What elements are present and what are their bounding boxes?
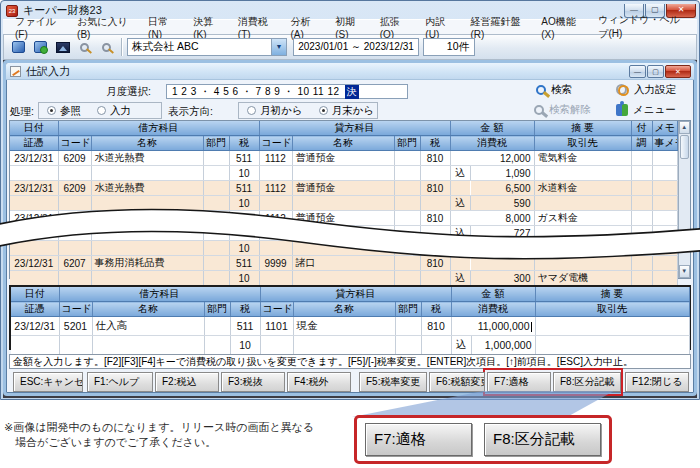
cell-amount: 1,090 — [470, 166, 534, 181]
header-voucher: 証憑 — [10, 136, 58, 151]
header-consumption-tax: 消費税 — [451, 302, 535, 317]
month-numbers[interactable]: 1 2 3 ・ 4 5 6 ・ 7 8 9 ・ 10 11 12 — [172, 85, 340, 99]
journal-close-icon[interactable]: ✕ — [665, 65, 691, 78]
table-row[interactable]: 10込1,090 — [10, 166, 677, 181]
direction-label: 表示方向: — [168, 105, 213, 119]
cell-fu — [631, 241, 652, 256]
save-button[interactable] — [30, 38, 51, 57]
menu-item-1[interactable]: お気に入り(B) — [69, 15, 140, 40]
cell-date: 23/12/31 — [10, 211, 58, 226]
direction-option-0[interactable]: 月初から — [247, 104, 303, 118]
cell-summary: ガス料金 — [534, 211, 631, 226]
cell-ddept — [203, 166, 229, 181]
cell-komi: 込 — [450, 166, 470, 181]
process-option-0[interactable]: 参照 — [47, 104, 81, 118]
cell-amount: 6,500 — [470, 181, 534, 196]
table-row[interactable]: 23/12/315201仕入高5111101現金81011,000,000 — [11, 317, 689, 336]
cell-ddept — [203, 226, 229, 241]
header-date: 日付 — [11, 287, 59, 302]
header-partner: 取引先 — [535, 302, 689, 317]
cell-dname — [92, 336, 204, 355]
direction-option-1[interactable]: 月末から — [319, 104, 375, 118]
fkey-f4-button[interactable]: F4:税外 — [287, 372, 351, 392]
radio-icon[interactable] — [247, 106, 256, 115]
fkey-f1-button[interactable]: F1:ヘルプ — [87, 372, 153, 392]
cell-ccode: 1101 — [260, 317, 293, 336]
cell-date: 23/12/31 — [10, 256, 58, 271]
cell-dtax: 10 — [229, 196, 259, 211]
fkey-f3-button[interactable]: F3:税抜 — [221, 372, 285, 392]
menu-item-10[interactable]: AO機能(X) — [533, 15, 590, 40]
company-select[interactable]: 株式会社 ABC ▼ — [127, 38, 287, 56]
cell-dname: 事務用消耗品費 — [91, 256, 203, 271]
fkey-f6-button[interactable]: F6:税額変更 — [429, 372, 485, 392]
scroll-down-icon[interactable]: ▼ — [679, 265, 691, 278]
menu-item-11[interactable]: ウィンドウ・ヘルプ(H) — [590, 13, 697, 41]
table-row[interactable]: 23/12/316209水道光熱費5111112普通預金8106,500水道料金 — [10, 181, 677, 196]
fkey-f12-button[interactable]: F12:閉じる — [625, 372, 689, 392]
function-key-bar: ESC:キャンセルF1:ヘルプF2:税込F3:税抜F4:税外F5:税率変更F6:… — [9, 372, 691, 393]
cell-cname: 普通預金 — [292, 151, 394, 166]
fkey-f7-button[interactable]: F7:適格 — [487, 372, 551, 392]
cell-dcode — [58, 271, 91, 286]
radio-icon[interactable] — [47, 106, 56, 115]
header-debit-tax: 税 — [229, 136, 259, 151]
input-settings-button[interactable]: 入力設定 — [616, 83, 676, 97]
cell-ctax: 810 — [420, 181, 450, 196]
cell-amount: 8,000 — [470, 211, 534, 226]
direction-radio-group: 月初から月末から — [238, 102, 378, 119]
month-selector[interactable]: 1 2 3 ・ 4 5 6 ・ 7 8 9 ・ 10 11 12 決 — [166, 84, 408, 99]
cell-cname — [293, 336, 395, 355]
cell-summary — [534, 226, 631, 241]
table-row[interactable]: 込727 — [10, 226, 677, 241]
cell-fu — [631, 181, 652, 196]
cell-memo — [652, 166, 677, 181]
menu-item-0[interactable]: ファイル(F) — [7, 15, 69, 40]
fkey-esc-button[interactable]: ESC:キャンセル — [13, 372, 83, 392]
menu-item-4[interactable]: 消費税(T) — [230, 15, 283, 40]
radio-icon[interactable] — [97, 106, 106, 115]
fkey-f5-button[interactable]: F5:税率変更 — [359, 372, 427, 392]
menu-item-7[interactable]: 拡張(O) — [372, 15, 418, 40]
cell-memo — [652, 181, 677, 196]
scroll-up-icon[interactable]: ▲ — [679, 121, 691, 134]
menu-item-3[interactable]: 決算(K) — [185, 15, 230, 40]
fkey-f8-button[interactable]: F8:区分記載 — [553, 372, 621, 392]
table-row[interactable]: 23/12/316209水道光熱費5111112普通預金8108,000ガス料金 — [10, 211, 677, 226]
menu-item-9[interactable]: 経営羅針盤(R) — [462, 15, 533, 40]
cell-dname: 水道光熱費 — [91, 181, 203, 196]
clear-search-button[interactable]: 検索解除 — [534, 103, 591, 117]
table-row[interactable]: 10込590 — [10, 196, 677, 211]
search-button[interactable]: 検索 — [536, 83, 572, 97]
process-option-1[interactable]: 入力 — [97, 104, 131, 118]
radio-icon[interactable] — [319, 106, 328, 115]
image-button[interactable] — [52, 38, 73, 57]
open-file-button[interactable] — [8, 38, 29, 57]
menu-item-5[interactable]: 分析(A) — [283, 15, 328, 40]
table-row[interactable]: 23/12/316207事務用消耗品費5119999諸口810 — [10, 256, 677, 271]
chevron-down-icon[interactable]: ▼ — [271, 39, 286, 55]
header-credit-dept: 部門 — [394, 136, 420, 151]
header-partner: 取引先 — [534, 136, 631, 151]
cell-komi — [451, 317, 471, 336]
cell-dcode: 6209 — [58, 181, 91, 196]
table-row[interactable]: 23/12/316209水道光熱費5111112普通預金81012,000電気料… — [10, 151, 677, 166]
journal-maximize-icon[interactable]: ▢ — [647, 65, 664, 78]
cell-cdept — [395, 336, 421, 355]
zoom-out-button[interactable] — [96, 38, 117, 57]
cell-cname — [292, 271, 394, 286]
scrollbar[interactable]: ▲ ▼ — [678, 121, 691, 278]
menu-button[interactable]: メニュー — [616, 103, 676, 117]
menu-item-8[interactable]: 内訳(U) — [417, 15, 462, 40]
menu-item-2[interactable]: 日常(N) — [140, 15, 185, 40]
journal-minimize-icon[interactable]: — — [629, 65, 646, 78]
closing-month-chip[interactable]: 決 — [345, 85, 359, 99]
table-row[interactable]: 10込1,000,000 — [11, 336, 689, 355]
zoom-in-button[interactable] — [74, 38, 95, 57]
table-row[interactable]: 1015,750リース料金 — [10, 241, 677, 256]
menu-item-6[interactable]: 初期(S) — [327, 15, 372, 40]
table-row[interactable]: 10込300ヤマダ電機 — [10, 271, 677, 286]
scroll-thumb[interactable] — [680, 135, 690, 159]
journal-entry-window: 仕訳入力 — ▢ ✕ 月度選択: 1 2 3 ・ 4 5 6 ・ 7 8 9 ・… — [3, 60, 697, 396]
fkey-f2-button[interactable]: F2:税込 — [155, 372, 219, 392]
